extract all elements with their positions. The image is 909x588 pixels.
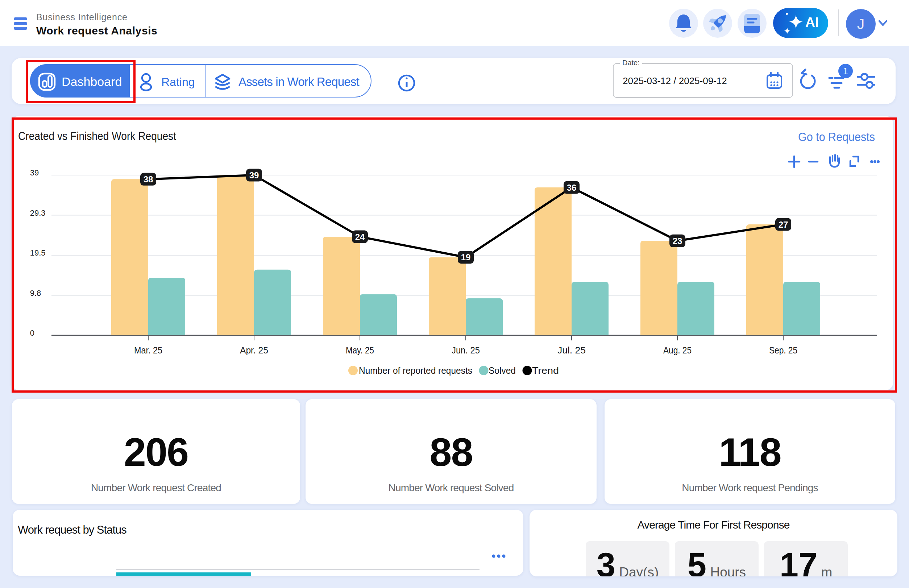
- svg-text:1: 1: [843, 66, 848, 76]
